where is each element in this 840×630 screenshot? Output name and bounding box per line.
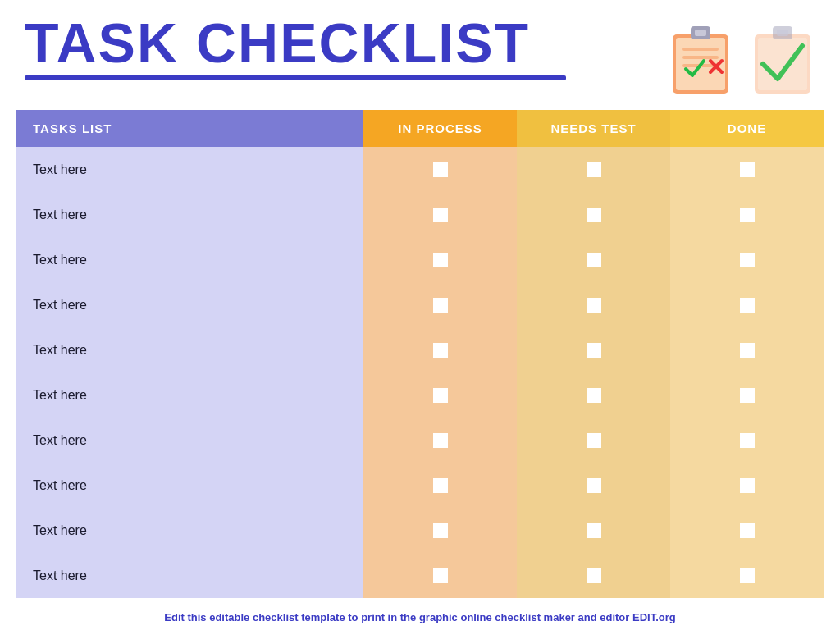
table-row: Text here: [16, 282, 824, 327]
needstest-cell[interactable]: [517, 508, 670, 553]
checkbox-needstest[interactable]: [587, 388, 601, 403]
checkbox-inprocess[interactable]: [433, 388, 448, 403]
checklist-table: TASKS LIST IN PROCESS NEEDS TEST DONE Te…: [16, 110, 824, 598]
checkbox-done[interactable]: [740, 208, 755, 222]
checkbox-inprocess[interactable]: [433, 343, 448, 358]
needstest-cell[interactable]: [517, 463, 670, 508]
done-cell[interactable]: [670, 553, 824, 598]
done-cell[interactable]: [670, 372, 824, 418]
page-wrapper: TASK CHECKLIST: [0, 0, 840, 630]
title-underline: [25, 75, 566, 80]
checkbox-needstest[interactable]: [587, 162, 601, 177]
checkbox-done[interactable]: [740, 253, 755, 267]
inprocess-cell[interactable]: [363, 463, 517, 508]
checkbox-needstest[interactable]: [587, 433, 601, 448]
done-cell[interactable]: [670, 327, 824, 372]
checkbox-done[interactable]: [740, 478, 755, 493]
checkbox-inprocess[interactable]: [433, 523, 448, 538]
task-cell: Text here: [16, 418, 363, 463]
inprocess-cell[interactable]: [363, 237, 517, 282]
table-row: Text here: [16, 237, 824, 282]
checkbox-done[interactable]: [740, 523, 755, 538]
footer: Edit this editable checklist template to…: [0, 605, 840, 630]
checkbox-needstest[interactable]: [587, 343, 601, 358]
svg-rect-4: [682, 48, 719, 51]
done-cell[interactable]: [670, 508, 824, 553]
checkbox-done[interactable]: [740, 298, 755, 313]
inprocess-cell[interactable]: [363, 327, 517, 372]
table-header-row: TASKS LIST IN PROCESS NEEDS TEST DONE: [16, 110, 824, 147]
table-row: Text here: [16, 327, 824, 372]
header: TASK CHECKLIST: [0, 0, 840, 97]
needstest-cell[interactable]: [517, 372, 670, 418]
task-cell: Text here: [16, 192, 363, 237]
checkbox-needstest[interactable]: [587, 208, 601, 222]
footer-text: Edit this editable checklist template to…: [164, 611, 675, 623]
inprocess-cell[interactable]: [363, 372, 517, 418]
checkbox-done[interactable]: [740, 433, 755, 448]
checkbox-needstest[interactable]: [587, 253, 601, 267]
needstest-cell[interactable]: [517, 418, 670, 463]
inprocess-cell[interactable]: [363, 192, 517, 237]
checkbox-inprocess[interactable]: [433, 253, 448, 267]
checkbox-done[interactable]: [740, 568, 755, 583]
needstest-cell[interactable]: [517, 327, 670, 372]
done-cell[interactable]: [670, 237, 824, 282]
inprocess-cell[interactable]: [363, 553, 517, 598]
inprocess-cell[interactable]: [363, 282, 517, 327]
table-section: TASKS LIST IN PROCESS NEEDS TEST DONE Te…: [0, 97, 840, 605]
done-cell[interactable]: [670, 418, 824, 463]
task-cell: Text here: [16, 282, 363, 327]
done-cell[interactable]: [670, 147, 824, 192]
inprocess-cell[interactable]: [363, 147, 517, 192]
table-row: Text here: [16, 463, 824, 508]
done-cell[interactable]: [670, 282, 824, 327]
col-header-done: DONE: [670, 110, 824, 147]
task-cell: Text here: [16, 553, 363, 598]
table-row: Text here: [16, 372, 824, 418]
task-cell: Text here: [16, 372, 363, 418]
checkbox-inprocess[interactable]: [433, 478, 448, 493]
header-icons: [668, 15, 815, 97]
clipboard-with-check-icon: [750, 23, 815, 97]
col-header-needstest: NEEDS TEST: [517, 110, 670, 147]
checkbox-inprocess[interactable]: [433, 568, 448, 583]
table-row: Text here: [16, 418, 824, 463]
table-body: Text hereText hereText hereText hereText…: [16, 147, 824, 598]
checkbox-needstest[interactable]: [587, 478, 601, 493]
needstest-cell[interactable]: [517, 553, 670, 598]
page-title: TASK CHECKLIST: [25, 15, 566, 71]
table-row: Text here: [16, 192, 824, 237]
task-cell: Text here: [16, 147, 363, 192]
table-row: Text here: [16, 508, 824, 553]
task-cell: Text here: [16, 463, 363, 508]
checkbox-inprocess[interactable]: [433, 298, 448, 313]
needstest-cell[interactable]: [517, 192, 670, 237]
inprocess-cell[interactable]: [363, 508, 517, 553]
col-header-inprocess: IN PROCESS: [363, 110, 517, 147]
needstest-cell[interactable]: [517, 147, 670, 192]
checkbox-done[interactable]: [740, 162, 755, 177]
checkbox-inprocess[interactable]: [433, 433, 448, 448]
svg-rect-5: [682, 56, 719, 59]
inprocess-cell[interactable]: [363, 418, 517, 463]
done-cell[interactable]: [670, 192, 824, 237]
needstest-cell[interactable]: [517, 282, 670, 327]
checkbox-inprocess[interactable]: [433, 208, 448, 222]
checkbox-needstest[interactable]: [587, 523, 601, 538]
task-cell: Text here: [16, 327, 363, 372]
checkbox-needstest[interactable]: [587, 568, 601, 583]
done-cell[interactable]: [670, 463, 824, 508]
task-cell: Text here: [16, 237, 363, 282]
needstest-cell[interactable]: [517, 237, 670, 282]
table-row: Text here: [16, 147, 824, 192]
task-cell: Text here: [16, 508, 363, 553]
svg-rect-12: [777, 30, 788, 36]
checkbox-done[interactable]: [740, 388, 755, 403]
col-header-tasks: TASKS LIST: [16, 110, 363, 147]
clipboard-with-x-icon: [668, 23, 733, 97]
checkbox-needstest[interactable]: [587, 298, 601, 313]
checkbox-done[interactable]: [740, 343, 755, 358]
table-row: Text here: [16, 553, 824, 598]
checkbox-inprocess[interactable]: [433, 162, 448, 177]
